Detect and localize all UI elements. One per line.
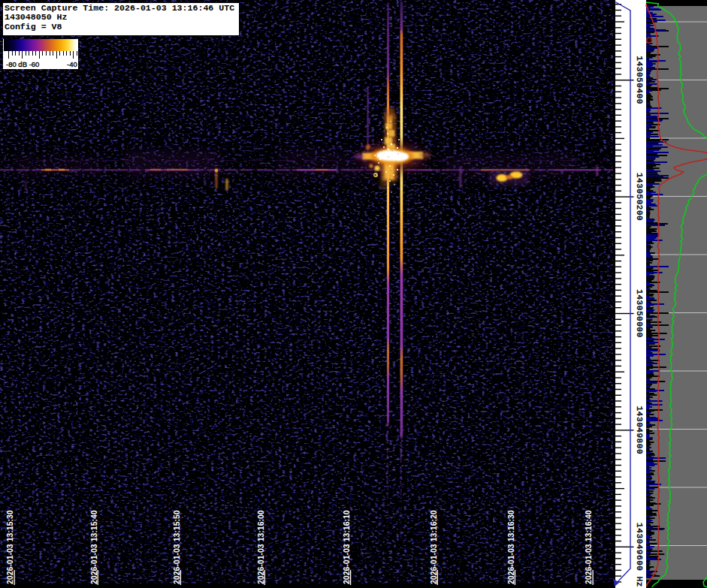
svg-text:143050000: 143050000 — [635, 289, 644, 337]
svg-text:143049600 Hz: 143049600 Hz — [635, 523, 644, 587]
svg-text:143049800: 143049800 — [635, 406, 644, 454]
svg-text:-80 dB -60: -80 dB -60 — [6, 60, 39, 68]
svg-text:143050200: 143050200 — [635, 173, 644, 221]
svg-text:143050400: 143050400 — [635, 56, 644, 104]
svg-text:-40: -40 — [67, 60, 77, 68]
